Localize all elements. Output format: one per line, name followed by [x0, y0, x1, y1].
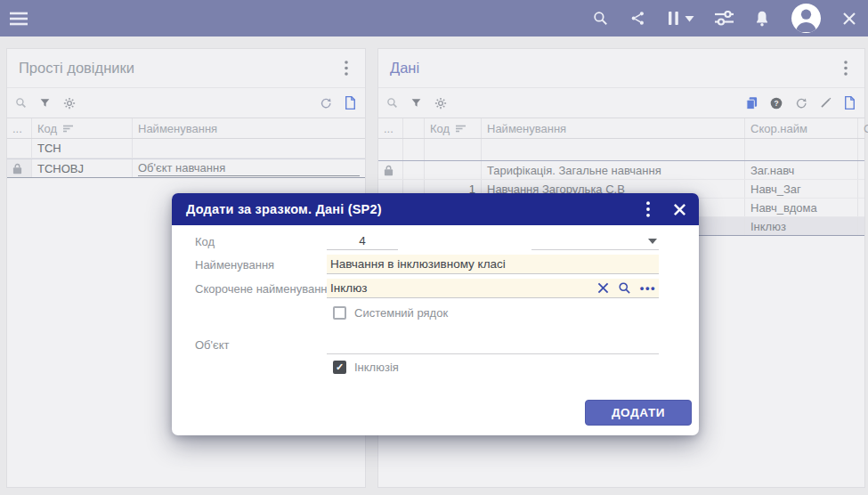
- close-icon[interactable]: [842, 12, 856, 26]
- input-icons: •••: [597, 281, 659, 295]
- right-panel-header: Дані: [378, 49, 864, 88]
- right-toolbar: ?: [378, 88, 864, 118]
- code-label: Код: [195, 235, 215, 248]
- topbar: [0, 0, 868, 37]
- filter-icon[interactable]: [39, 97, 51, 109]
- filter-cell: [425, 139, 482, 160]
- cell-short-name: Інклюз: [745, 217, 858, 235]
- table-row[interactable]: TCH: [7, 139, 365, 158]
- filter-row[interactable]: [378, 139, 864, 161]
- dialog-title: Додати за зразком. Дані (SP2): [186, 202, 646, 216]
- cell-last: [858, 199, 868, 216]
- settings-icon[interactable]: [434, 97, 447, 110]
- sliders-icon[interactable]: [715, 11, 734, 26]
- refresh-icon[interactable]: [320, 97, 332, 110]
- header-cell-name[interactable]: Найменування: [482, 118, 745, 138]
- table-row[interactable]: TCHOBJ Об'єкт навчання: [7, 158, 365, 178]
- dialog-body: Код 4 Найменування Навчання в інклюзивно…: [172, 225, 699, 435]
- cell-last: [858, 217, 868, 235]
- inclusion-checkbox[interactable]: Інклюзія: [333, 361, 399, 374]
- filter-cell: [745, 139, 858, 160]
- bell-icon[interactable]: [754, 10, 770, 28]
- search-icon[interactable]: [15, 97, 27, 109]
- name-input[interactable]: Навчання в інклюзивному класі: [327, 255, 659, 274]
- copy-icon[interactable]: [746, 97, 758, 110]
- sort-icon: [63, 125, 74, 133]
- filter-icon[interactable]: [410, 97, 422, 109]
- code-dropdown[interactable]: [531, 231, 659, 250]
- cell-last: [858, 180, 868, 198]
- chevron-down-icon: [648, 239, 657, 244]
- cell-more: [7, 139, 32, 158]
- caret-down-icon[interactable]: [685, 15, 694, 22]
- header-cell-short-name[interactable]: Скор.найм: [745, 118, 858, 138]
- header-cell-last[interactable]: С: [858, 118, 868, 138]
- table-header: ... Код Найменування: [7, 118, 365, 139]
- simple-directories-table: ... Код Найменування TCH TCHOBJ Об'єкт н…: [7, 118, 365, 178]
- system-row-checkbox[interactable]: Системний рядок: [333, 306, 448, 320]
- cell-blank: [403, 161, 425, 179]
- edit-icon[interactable]: [820, 97, 831, 109]
- checkbox-checked-icon: [333, 361, 346, 374]
- cell-code: TCHOBJ: [32, 159, 133, 177]
- table-row[interactable]: Тарифікація. Загальне навчання Заг.навч: [378, 161, 864, 180]
- filter-cell: [378, 139, 403, 160]
- object-label: Об'єкт: [195, 338, 229, 352]
- header-cell-name[interactable]: Найменування: [133, 118, 365, 138]
- lock-icon: [12, 163, 22, 174]
- cell-name: [133, 139, 365, 158]
- menu-icon[interactable]: [9, 12, 28, 26]
- header-cell-more[interactable]: ...: [378, 118, 403, 138]
- help-icon[interactable]: ?: [770, 97, 783, 110]
- svg-text:?: ?: [774, 98, 778, 107]
- add-button[interactable]: ДОДАТИ: [585, 400, 692, 426]
- cell-short-name: Заг.навч: [745, 161, 858, 179]
- filter-cell: [858, 139, 868, 160]
- new-document-icon[interactable]: [844, 96, 856, 110]
- cell-short-name: Навч_Заг: [745, 180, 858, 198]
- short-name-label: Скорочене найменування: [195, 282, 334, 296]
- cell-lock: [378, 161, 403, 179]
- clear-icon[interactable]: [597, 282, 609, 294]
- sort-icon: [456, 125, 466, 133]
- filter-cell: [482, 139, 745, 160]
- kebab-menu-icon[interactable]: [834, 57, 857, 80]
- object-field[interactable]: [327, 336, 659, 354]
- cell-name: Тарифікація. Загальне навчання: [482, 161, 745, 179]
- lock-icon: [384, 165, 393, 176]
- name-label: Найменування: [195, 258, 274, 272]
- header-cell-blank[interactable]: [403, 118, 425, 138]
- checkbox-unchecked-icon: [333, 306, 346, 320]
- code-input[interactable]: 4: [327, 231, 398, 250]
- add-by-sample-dialog: Додати за зразком. Дані (SP2) Код 4 Найм…: [172, 193, 699, 435]
- cell-name[interactable]: Об'єкт навчання: [133, 159, 365, 177]
- kebab-menu-icon[interactable]: [646, 201, 650, 217]
- share-icon[interactable]: [629, 10, 646, 27]
- settings-icon[interactable]: [63, 97, 76, 110]
- page-title-right: Дані: [390, 60, 834, 77]
- short-name-input[interactable]: Інклюз •••: [327, 279, 659, 298]
- cell-lock: [7, 159, 32, 177]
- close-icon[interactable]: [673, 203, 686, 216]
- cell-short-name: Навч_вдома: [745, 199, 858, 216]
- search-icon[interactable]: [592, 10, 609, 27]
- search-icon[interactable]: [618, 281, 631, 295]
- left-panel-header: Прості довідники: [7, 49, 365, 88]
- search-icon[interactable]: [386, 97, 398, 109]
- header-cell-code[interactable]: Код: [425, 118, 482, 138]
- table-header: ... Код Найменування Скор.найм С: [378, 118, 864, 139]
- header-cell-code[interactable]: Код: [32, 118, 133, 138]
- page-title-left: Прості довідники: [19, 60, 335, 77]
- avatar[interactable]: [791, 3, 822, 34]
- filter-cell: [403, 139, 425, 160]
- new-document-icon[interactable]: [345, 96, 356, 110]
- kebab-menu-icon[interactable]: [335, 57, 358, 80]
- pause-icon[interactable]: [667, 11, 680, 26]
- header-cell-more[interactable]: ...: [7, 118, 32, 138]
- cell-code: [425, 161, 482, 179]
- left-toolbar: [7, 88, 365, 118]
- more-options-icon[interactable]: •••: [640, 284, 656, 293]
- cell-code: TCH: [32, 139, 133, 158]
- dialog-header: Додати за зразком. Дані (SP2): [172, 193, 699, 225]
- refresh-icon[interactable]: [795, 97, 807, 110]
